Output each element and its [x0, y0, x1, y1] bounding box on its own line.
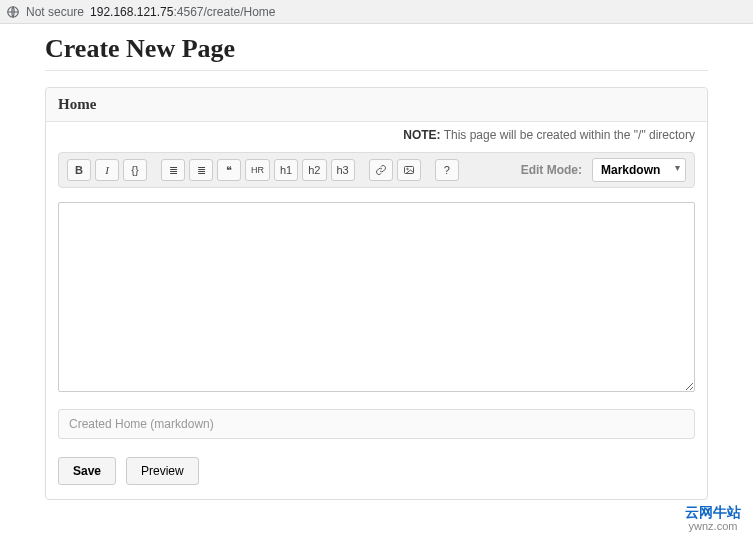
- h2-button[interactable]: h2: [302, 159, 326, 181]
- editor-toolbar: B I {} ≣ ≣ ❝ HR h1 h2 h3 ? Edit Mode:: [58, 152, 695, 188]
- unordered-list-button[interactable]: ≣: [161, 159, 185, 181]
- bold-button[interactable]: B: [67, 159, 91, 181]
- browser-address-bar: Not secure 192.168.121.75:4567/create/Ho…: [0, 0, 753, 24]
- commit-message-input[interactable]: [58, 409, 695, 439]
- security-label: Not secure: [26, 5, 84, 19]
- divider: [45, 70, 708, 71]
- horizontal-rule-button[interactable]: HR: [245, 159, 270, 181]
- content-editor[interactable]: [58, 202, 695, 392]
- page-name-heading: Home: [46, 88, 707, 122]
- directory-note: NOTE: This page will be created within t…: [46, 122, 707, 152]
- h1-button[interactable]: h1: [274, 159, 298, 181]
- watermark: 云网牛站 ywnz.com: [685, 505, 741, 532]
- code-button[interactable]: {}: [123, 159, 147, 181]
- image-button[interactable]: [397, 159, 421, 181]
- url-display[interactable]: 192.168.121.75:4567/create/Home: [90, 5, 275, 19]
- svg-rect-1: [404, 167, 413, 174]
- help-button[interactable]: ?: [435, 159, 459, 181]
- create-page-panel: Home NOTE: This page will be created wit…: [45, 87, 708, 500]
- ordered-list-button[interactable]: ≣: [189, 159, 213, 181]
- page-title: Create New Page: [45, 34, 708, 64]
- blockquote-button[interactable]: ❝: [217, 159, 241, 181]
- italic-button[interactable]: I: [95, 159, 119, 181]
- save-button[interactable]: Save: [58, 457, 116, 485]
- preview-button[interactable]: Preview: [126, 457, 199, 485]
- globe-icon: [6, 5, 20, 19]
- edit-mode-label: Edit Mode:: [521, 163, 582, 177]
- svg-point-2: [407, 168, 409, 170]
- edit-mode-select[interactable]: Markdown: [592, 158, 686, 182]
- h3-button[interactable]: h3: [331, 159, 355, 181]
- link-button[interactable]: [369, 159, 393, 181]
